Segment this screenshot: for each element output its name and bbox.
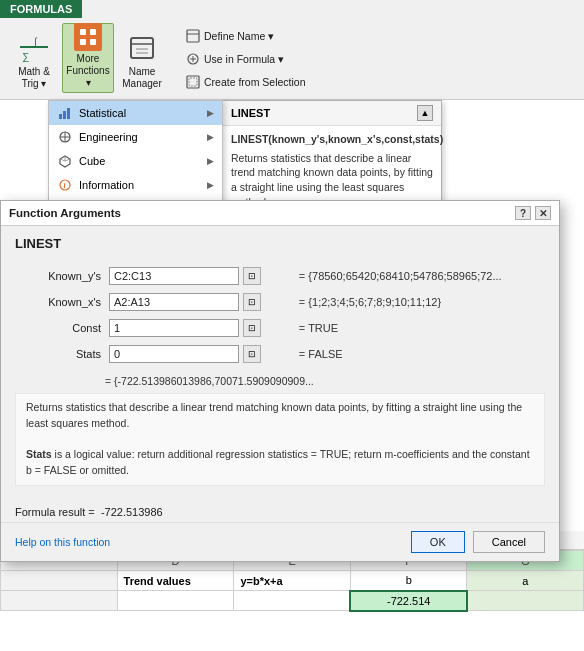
dialog-close-button[interactable]: ✕ [535,206,551,220]
dialog-hint: Returns statistics that describe a linea… [15,393,545,486]
name-manager-button[interactable]: Name Manager [116,23,168,93]
cube-icon [57,153,73,169]
cell-g1[interactable]: a [467,571,584,591]
dropdown-item-engineering[interactable]: Engineering ▶ [49,125,222,149]
dialog-body: LINEST Known_y's ⊡ = {78560;65420;68410;… [1,226,559,502]
information-label: Information [79,179,201,191]
use-in-formula-button[interactable]: Use in Formula ▾ [182,48,310,70]
define-name-button[interactable]: Define Name ▾ [182,25,310,47]
dropdown-item-cube[interactable]: Cube ▶ [49,149,222,173]
arg-row-known-ys: Known_y's ⊡ = {78560;65420;68410;54786;5… [15,265,545,287]
ribbon: FORMULAS ∑ ∫ Math & Trig ▾ [0,0,584,100]
arg-collapse-stats[interactable]: ⊡ [243,345,261,363]
help-link[interactable]: Help on this function [15,536,110,548]
engineering-label: Engineering [79,131,201,143]
linest-tooltip: LINEST ▲ LINEST(known_y's,known_x's,cons… [222,100,442,216]
arg-input-const[interactable] [109,319,239,337]
svg-line-27 [65,159,70,161]
math-trig-button[interactable]: ∑ ∫ Math & Trig ▾ [8,23,60,93]
svg-rect-7 [131,38,153,58]
arg-input-cell-const: ⊡ [105,317,295,339]
linest-scroll-up[interactable]: ▲ [417,105,433,121]
sheet-row-2: -722.514 [1,591,584,611]
svg-text:∫: ∫ [33,36,38,47]
cell-d1[interactable]: Trend values [117,571,234,591]
arg-input-known-xs[interactable] [109,293,239,311]
cell-e2[interactable] [234,591,351,611]
svg-rect-4 [90,29,96,35]
dialog-func-name: LINEST [15,236,545,251]
svg-rect-3 [80,29,86,35]
arg-input-cell-known-ys: ⊡ [105,265,295,287]
arg-row-const: Const ⊡ = TRUE [15,317,545,339]
cell-f2[interactable]: -722.514 [350,591,467,611]
row-num-1 [1,571,118,591]
ok-button[interactable]: OK [411,531,465,553]
engineering-arrow: ▶ [207,132,214,142]
arg-collapse-known-xs[interactable]: ⊡ [243,293,261,311]
formula-array-result: = {-722.513986013986,70071.5909090909... [105,375,545,387]
math-trig-label: Math & Trig ▾ [18,66,50,90]
arg-result-stats: = FALSE [295,343,545,365]
arg-input-cell-known-xs: ⊡ [105,291,295,313]
name-manager-label: Name Manager [119,66,165,90]
dialog-description: Returns statistics that describe a linea… [26,401,522,429]
more-functions-button[interactable]: More Functions ▾ [62,23,114,93]
arg-result-known-ys: = {78560;65420;68410;54786;58965;72... [295,265,545,287]
cancel-button[interactable]: Cancel [473,531,545,553]
arg-label-known-xs: Known_x's [15,291,105,313]
svg-rect-5 [80,39,86,45]
arg-input-stats[interactable] [109,345,239,363]
dialog-footer: Help on this function OK Cancel [1,522,559,561]
sheet-row-1: Trend values y=b*x+a b a [1,571,584,591]
arg-row-stats: Stats ⊡ = FALSE [15,343,545,365]
information-icon: i [57,177,73,193]
arg-collapse-known-ys[interactable]: ⊡ [243,267,261,285]
svg-text:i: i [64,181,66,190]
formula-result-line: Formula result = -722.513986 [15,506,545,518]
name-manager-icon [126,32,158,64]
cell-d2[interactable] [117,591,234,611]
hint-bold: Stats [26,448,52,460]
arg-row-known-xs: Known_x's ⊡ = {1;2;3;4;5;6;7;8;9;10;11;1… [15,291,545,313]
information-arrow: ▶ [207,180,214,190]
defined-names-group: Define Name ▾ Use in Formula ▾ Create fr… [182,25,310,93]
cell-g2[interactable] [467,591,584,611]
dropdown-item-information[interactable]: i Information ▶ [49,173,222,197]
linest-title: LINEST [231,107,270,119]
arg-collapse-const[interactable]: ⊡ [243,319,261,337]
svg-rect-19 [63,111,66,119]
create-from-selection-button[interactable]: Create from Selection [182,71,310,93]
function-arguments-dialog: Function Arguments ? ✕ LINEST Known_y's … [0,200,560,562]
dialog-titlebar: Function Arguments ? ✕ [1,201,559,226]
more-functions-label: More Functions ▾ [66,53,110,89]
math-trig-icon: ∑ ∫ [18,32,50,64]
arg-label-stats: Stats [15,343,105,365]
cell-e1[interactable]: y=b*x+a [234,571,351,591]
svg-rect-20 [67,108,70,119]
dialog-help-button[interactable]: ? [515,206,531,220]
svg-rect-17 [189,78,197,86]
linest-header: LINEST ▲ [223,101,441,126]
svg-rect-18 [59,114,62,119]
cube-arrow: ▶ [207,156,214,166]
arg-input-cell-stats: ⊡ [105,343,295,365]
engineering-icon [57,129,73,145]
arg-label-known-ys: Known_y's [15,265,105,287]
cell-f1[interactable]: b [350,571,467,591]
more-functions-icon [72,23,104,51]
arg-result-known-xs: = {1;2;3;4;5;6;7;8;9;10;11;12} [295,291,545,313]
svg-rect-11 [187,30,199,42]
statistical-icon [57,105,73,121]
dialog-title: Function Arguments [9,207,121,219]
row-num-2 [1,591,118,611]
dropdown-item-statistical[interactable]: Statistical ▶ [49,101,222,125]
cube-label: Cube [79,155,201,167]
arg-label-const: Const [15,317,105,339]
arg-input-known-ys[interactable] [109,267,239,285]
function-library-group: ∑ ∫ Math & Trig ▾ [8,23,168,93]
hint-text: is a logical value: return additional re… [26,448,530,476]
svg-rect-6 [90,39,96,45]
arg-result-const: = TRUE [295,317,545,339]
formulas-tab[interactable]: FORMULAS [0,0,82,18]
